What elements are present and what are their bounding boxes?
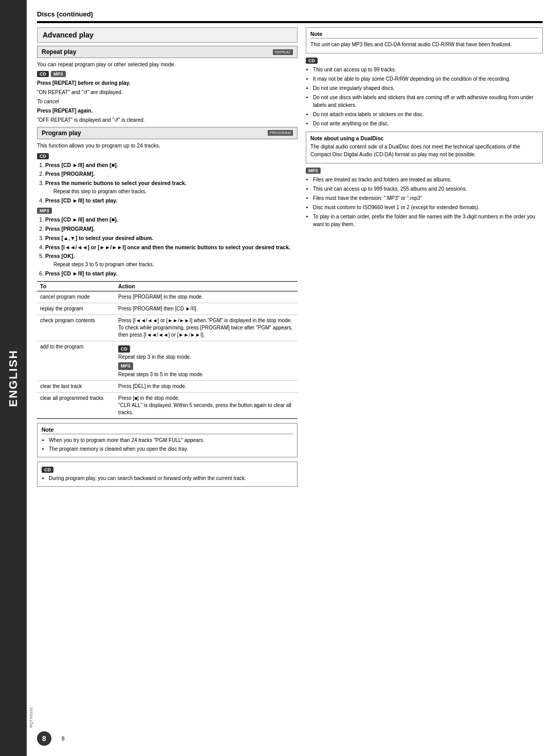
repeat-play-subheader: Repeat play REPEAT	[37, 46, 298, 58]
add-cd-badge-wrap: CD	[118, 345, 294, 353]
program-cd-format: CD	[37, 153, 298, 159]
table-cell-action: Press [■] in the stop mode."CLR ALL" is …	[115, 392, 298, 418]
mp3-section-badge-wrap: MP3	[306, 168, 543, 174]
cd-step-4: Press [CD ►/II] to start play.	[45, 197, 298, 205]
to-cancel-label: To cancel	[37, 98, 298, 105]
table-cell-action: Press [PROGRAM] then [CD ►/II].	[115, 303, 298, 315]
program-play-intro: This function allows you to program up t…	[37, 142, 298, 150]
add-mp3-badge-wrap: MP3	[118, 362, 294, 370]
table-row: add to the program CD Repeat step 3 in t…	[37, 341, 298, 380]
table-cell-action: CD Repeat step 3 in the stop mode. MP3 R…	[115, 341, 298, 380]
table-cell-to: cancel program mode	[37, 291, 115, 303]
cd-note-item: During program play, you can search back…	[49, 474, 293, 482]
cd-section-list: This unit can access up to 99 tracks. It…	[313, 66, 543, 127]
add-mp3-badge: MP3	[118, 362, 133, 370]
cd-list-item-3: Do not use irregularly shaped discs.	[313, 84, 543, 92]
note-header: Note	[42, 427, 293, 434]
main-content: Discs (continued) Advanced play Repeat p…	[27, 0, 555, 756]
program-play-title: Program play	[42, 130, 81, 137]
cd-list-item-5: Do not attach extra labels or stickers o…	[313, 110, 543, 118]
table-row: clear the last track Press [DEL] in the …	[37, 380, 298, 392]
advanced-play-title: Advanced play	[43, 31, 94, 39]
table-row: check program contents Press [I◄◄/◄◄] or…	[37, 315, 298, 341]
repeat-press-step: Press [REPEAT] before or during play.	[37, 79, 298, 87]
footer: 8 8	[37, 729, 543, 746]
table-cell-action: Press [I◄◄/◄◄] or [►►/►►I] when "PGM" is…	[115, 315, 298, 341]
repeat-on-display: "ON REPEAT" and "↺" are displayed.	[37, 88, 298, 96]
sidebar: ENGLISH	[0, 0, 27, 756]
mp3-list-item-1: Files are treated as tracks and folders …	[313, 176, 543, 183]
repeat-play-title: Repeat play	[42, 48, 76, 56]
mp3-step-4: Press [I◄◄/◄◄] or [►►/►►I] once and then…	[45, 244, 298, 252]
page-number-circle: 8	[37, 731, 51, 746]
mp3-list-item-2: This unit can access up to 999 tracks, 2…	[313, 185, 543, 193]
cd-list-item-1: This unit can access up to 99 tracks.	[313, 66, 543, 73]
table-header-action: Action	[115, 281, 298, 291]
add-mp3-text: Repeat steps 3 to 5 in the stop mode.	[118, 372, 203, 377]
left-column: Advanced play Repeat play REPEAT You can…	[37, 27, 298, 725]
mp3-list-item-5: To play in a certain order, prefix the f…	[313, 213, 543, 228]
cd-section-badge-wrap: CD	[306, 58, 543, 64]
table-cell-to: clear all programmed tracks	[37, 392, 115, 418]
table-row: cancel program mode Press [PROGRAM] in t…	[37, 291, 298, 303]
program-mp3-format: MP3	[37, 208, 298, 214]
cd-badge-program: CD	[37, 153, 49, 159]
right-note-text: This unit can play MP3 files and CD-DA f…	[310, 41, 538, 48]
note-item-1: When you try to program more than 24 tra…	[49, 436, 293, 444]
cd-steps-list: Press [CD ►/II] and then [■]. Press [PRO…	[45, 161, 298, 205]
cancel-step: Press [REPEAT] again.	[37, 107, 298, 115]
table-cell-to: check program contents	[37, 315, 115, 341]
right-note-header: Note	[310, 31, 538, 39]
table-cell-to: add to the program	[37, 341, 115, 380]
mp3-step-5: Press [OK].Repeat steps 3 to 5 to progra…	[45, 252, 298, 269]
note-item-2: The program memory is cleared when you o…	[49, 445, 293, 453]
mp3-step-3: Press [▲,▼] to select your desired album…	[45, 234, 298, 243]
mp3-step-1: Press [CD ►/II] and then [■].	[45, 216, 298, 224]
cd-section: CD This unit can access up to 99 tracks.…	[306, 58, 543, 127]
mp3-step-6: Press [CD ►/II] to start play.	[45, 270, 298, 278]
cancel-off-display: "OFF REPEAT" is displayed and "↺" is cle…	[37, 116, 298, 124]
repeat-play-intro: You can repeat program play or other sel…	[37, 61, 298, 69]
mp3-steps-list: Press [CD ►/II] and then [■]. Press [PRO…	[45, 216, 298, 278]
cd-list-item-6: Do not write anything on the disc.	[313, 120, 543, 127]
mp3-section: MP3 Files are treated as tracks and fold…	[306, 168, 543, 228]
add-cd-text: Repeat step 3 in the stop mode.	[118, 354, 191, 360]
mp3-list-item-4: Disc must conform to ISO9660 level 1 or …	[313, 204, 543, 211]
mp3-list-item-3: Files must have the extension: ".MP3" or…	[313, 194, 543, 202]
section-divider	[37, 21, 543, 23]
rotx-label: RQTX0192	[29, 707, 33, 728]
note-list: When you try to program more than 24 tra…	[49, 436, 293, 453]
mp3-section-list: Files are treated as tracks and folders …	[313, 176, 543, 228]
dualdisc-text: The digital audio content side of a Dual…	[310, 143, 538, 158]
section-title: Discs (continued)	[37, 10, 543, 18]
cd-list-item-4: Do not use discs with labels and sticker…	[313, 94, 543, 109]
cd-note-list: During program play, you can search back…	[49, 474, 293, 482]
advanced-play-header: Advanced play	[37, 27, 298, 43]
dualdisc-header: Note about using a DualDisc	[310, 135, 538, 141]
note-section: Note When you try to program more than 2…	[37, 423, 298, 457]
cd-section-badge: CD	[306, 58, 318, 64]
cd-step-2: Press [PROGRAM].	[45, 170, 298, 178]
repeat-badge: REPEAT	[273, 49, 293, 55]
cd-note-box: CD During program play, you can search b…	[37, 462, 298, 487]
program-badge: PROGRAM	[268, 130, 293, 136]
right-note-box: Note This unit can play MP3 files and CD…	[306, 27, 543, 53]
mp3-badge-repeat: MP3	[51, 71, 66, 77]
right-column: Note This unit can play MP3 files and CD…	[306, 27, 543, 725]
table-cell-action: Press [PROGRAM] in the stop mode.	[115, 291, 298, 303]
table-cell-action: Press [DEL] in the stop mode.	[115, 380, 298, 392]
cd-step-1: Press [CD ►/II] and then [■].	[45, 161, 298, 170]
table-cell-to: clear the last track	[37, 380, 115, 392]
cancel-press-bold: Press [REPEAT] again.	[37, 108, 92, 114]
cd-badge-repeat: CD	[37, 71, 49, 77]
table-row: clear all programmed tracks Press [■] in…	[37, 392, 298, 418]
page-number-small: 8	[62, 736, 65, 742]
table-header-to: To	[37, 281, 115, 291]
table-row: replay the program Press [PROGRAM] then …	[37, 303, 298, 315]
cd-step-3: Press the numeric buttons to select your…	[45, 179, 298, 196]
cd-list-item-2: It may not be able to play some CD-R/RW …	[313, 75, 543, 83]
table-cell-to: replay the program	[37, 303, 115, 315]
program-play-subheader: Program play PROGRAM	[37, 127, 298, 139]
page-number: 8	[42, 734, 46, 743]
repeat-play-formats: CD MP3	[37, 71, 298, 77]
